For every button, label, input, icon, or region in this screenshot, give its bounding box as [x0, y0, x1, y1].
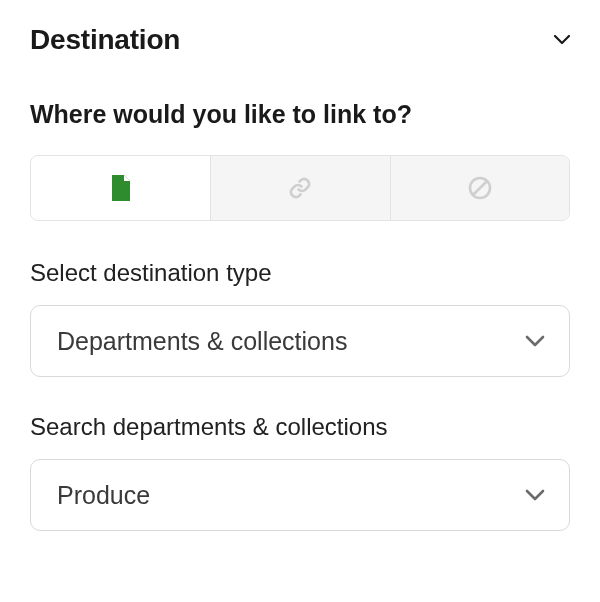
link-icon [286, 174, 314, 202]
chevron-down-icon [554, 35, 570, 45]
link-type-page[interactable] [31, 156, 210, 220]
link-question: Where would you like to link to? [30, 100, 570, 129]
link-type-segmented [30, 155, 570, 221]
search-collections-label: Search departments & collections [30, 413, 570, 441]
chevron-down-icon [525, 489, 545, 501]
svg-line-1 [473, 181, 487, 195]
destination-type-label: Select destination type [30, 259, 570, 287]
destination-panel: Destination Where would you like to link… [0, 0, 600, 531]
panel-header[interactable]: Destination [30, 24, 570, 56]
panel-title: Destination [30, 24, 180, 56]
link-type-url[interactable] [210, 156, 389, 220]
search-collections-value: Produce [57, 481, 150, 510]
destination-type-select[interactable]: Departments & collections [30, 305, 570, 377]
page-icon [110, 175, 132, 201]
none-icon [466, 174, 494, 202]
search-collections-select[interactable]: Produce [30, 459, 570, 531]
destination-type-value: Departments & collections [57, 327, 347, 356]
chevron-down-icon [525, 335, 545, 347]
link-type-none[interactable] [390, 156, 569, 220]
